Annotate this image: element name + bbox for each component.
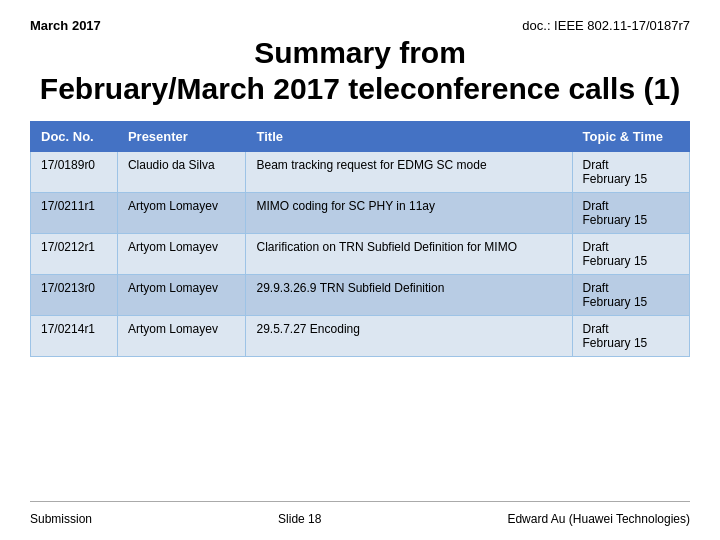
cell-topic_time-4: DraftFebruary 15	[572, 316, 689, 357]
footer: Submission Slide 18 Edward Au (Huawei Te…	[30, 501, 690, 526]
cell-doc_no-4: 17/0214r1	[31, 316, 118, 357]
doc-ref-label: doc.: IEEE 802.11-17/0187r7	[522, 18, 690, 33]
title-section: Summary from February/March 2017 telecon…	[30, 35, 690, 107]
table-header: Doc. No. Presenter Title Topic & Time	[31, 122, 690, 152]
table-body: 17/0189r0Claudio da SilvaBeam tracking r…	[31, 152, 690, 357]
cell-title-4: 29.5.7.27 Encoding	[246, 316, 572, 357]
cell-title-3: 29.9.3.26.9 TRN Subfield Definition	[246, 275, 572, 316]
footer-right: Edward Au (Huawei Technologies)	[507, 512, 690, 526]
page: March 2017 doc.: IEEE 802.11-17/0187r7 S…	[0, 0, 720, 540]
footer-left: Submission	[30, 512, 92, 526]
cell-presenter-0: Claudio da Silva	[117, 152, 246, 193]
date-label: March 2017	[30, 18, 101, 33]
page-title: Summary from February/March 2017 telecon…	[30, 35, 690, 107]
top-bar: March 2017 doc.: IEEE 802.11-17/0187r7	[30, 18, 690, 33]
cell-doc_no-3: 17/0213r0	[31, 275, 118, 316]
cell-topic_time-2: DraftFebruary 15	[572, 234, 689, 275]
col-header-doc-no: Doc. No.	[31, 122, 118, 152]
col-header-title: Title	[246, 122, 572, 152]
summary-table: Doc. No. Presenter Title Topic & Time 17…	[30, 121, 690, 357]
cell-presenter-2: Artyom Lomayev	[117, 234, 246, 275]
footer-center: Slide 18	[278, 512, 321, 526]
cell-title-1: MIMO coding for SC PHY in 11ay	[246, 193, 572, 234]
table-row: 17/0212r1Artyom LomayevClarification on …	[31, 234, 690, 275]
cell-presenter-1: Artyom Lomayev	[117, 193, 246, 234]
cell-doc_no-1: 17/0211r1	[31, 193, 118, 234]
cell-topic_time-1: DraftFebruary 15	[572, 193, 689, 234]
table-row: 17/0211r1Artyom LomayevMIMO coding for S…	[31, 193, 690, 234]
cell-topic_time-3: DraftFebruary 15	[572, 275, 689, 316]
cell-presenter-4: Artyom Lomayev	[117, 316, 246, 357]
table-row: 17/0213r0Artyom Lomayev29.9.3.26.9 TRN S…	[31, 275, 690, 316]
cell-presenter-3: Artyom Lomayev	[117, 275, 246, 316]
table-row: 17/0189r0Claudio da SilvaBeam tracking r…	[31, 152, 690, 193]
col-header-presenter: Presenter	[117, 122, 246, 152]
cell-doc_no-0: 17/0189r0	[31, 152, 118, 193]
cell-topic_time-0: DraftFebruary 15	[572, 152, 689, 193]
table-row: 17/0214r1Artyom Lomayev29.5.7.27 Encodin…	[31, 316, 690, 357]
col-header-topic-time: Topic & Time	[572, 122, 689, 152]
cell-title-2: Clarification on TRN Subfield Definition…	[246, 234, 572, 275]
cell-doc_no-2: 17/0212r1	[31, 234, 118, 275]
cell-title-0: Beam tracking request for EDMG SC mode	[246, 152, 572, 193]
